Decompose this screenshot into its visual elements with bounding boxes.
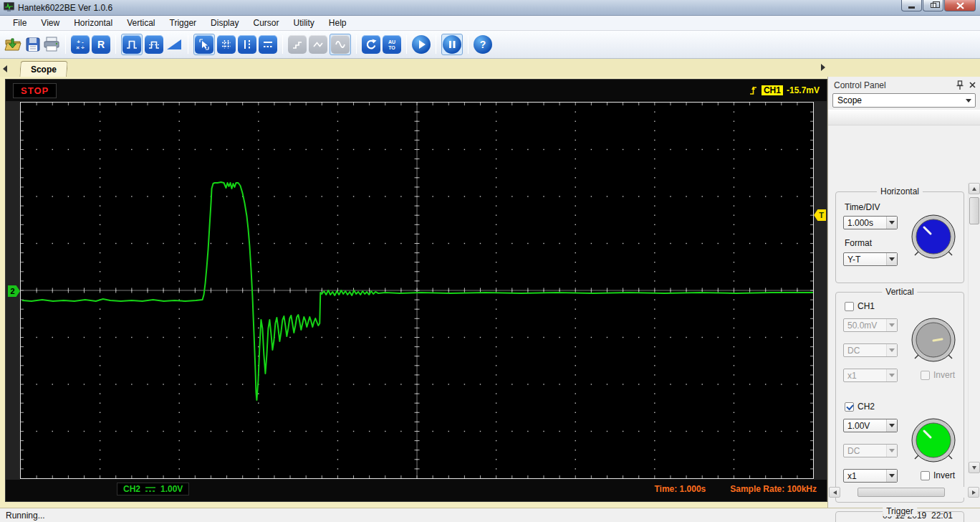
pause-button[interactable] [441, 34, 463, 55]
chevron-right-icon [821, 64, 825, 71]
toolbar-separator [188, 35, 188, 54]
toolbar: + - × ÷ R [0, 31, 980, 59]
pin-icon[interactable] [956, 80, 964, 90]
refresh-icon [365, 38, 378, 51]
menu-utility[interactable]: Utility [286, 16, 321, 29]
ch2-invert-checkbox[interactable]: Invert [921, 470, 955, 480]
ch2-chip-name: CH2 [123, 484, 140, 494]
grid-icon [221, 39, 232, 50]
status-bar: Running... 09-12-2019 22:01 [0, 508, 980, 522]
tab-scope-label: Scope [31, 65, 57, 75]
sine-interpolation-button[interactable] [330, 34, 351, 55]
window-title: Hantek6022BE Ver 1.0.6 [18, 3, 112, 13]
reference-button[interactable]: R [92, 35, 110, 54]
arrow-left-icon [833, 490, 837, 495]
ch1-invert-checkbox[interactable]: Invert [921, 370, 955, 380]
menu-horizontal[interactable]: Horizontal [67, 16, 120, 29]
tab-bar: Scope [0, 59, 980, 77]
trigger-group: Trigger Trigger Mode Edge Trigger Sweep … [835, 511, 964, 522]
autoset-button[interactable]: AU TO [383, 35, 401, 54]
ch1-probe-combo[interactable]: x1 [843, 369, 898, 382]
help-button[interactable]: ? [474, 35, 492, 54]
horizontal-group: Horizontal Time/DIV 1.000s Format Y-T [835, 191, 964, 283]
pause-icon [443, 35, 461, 54]
run-stop-indicator[interactable]: STOP [13, 83, 57, 98]
svg-text:?: ? [480, 39, 486, 50]
toolbar-separator [406, 35, 407, 54]
ch2-position-knob[interactable] [909, 416, 958, 465]
ch2-chip-scale: 1.00V [160, 484, 183, 494]
horizontal-knob[interactable] [909, 212, 958, 261]
svg-text:AU: AU [388, 39, 395, 44]
scroll-left-button[interactable] [829, 487, 840, 498]
menu-vertical[interactable]: Vertical [120, 16, 162, 29]
start-button[interactable] [412, 35, 431, 54]
timediv-combo[interactable]: 1.000s [843, 216, 898, 229]
panel-close-icon[interactable] [969, 82, 976, 89]
ramp-button[interactable] [165, 37, 183, 52]
menu-trigger[interactable]: Trigger [163, 16, 204, 29]
panel-vertical-scrollbar[interactable] [968, 183, 979, 473]
checkbox-checked-icon [845, 402, 854, 412]
square-wave-duty-button[interactable] [145, 35, 163, 54]
print-button[interactable] [43, 37, 60, 52]
ch2-enable-checkbox[interactable]: CH2 [845, 402, 875, 412]
arrow-up-icon [972, 187, 976, 191]
horizontal-scroll-thumb[interactable] [858, 488, 945, 497]
arrow-right-icon [972, 490, 976, 495]
minimize-button[interactable] [901, 0, 922, 11]
ch2-range-combo[interactable]: 1.00V [843, 419, 898, 432]
grid-button[interactable] [217, 35, 236, 54]
linear-interpolation-button[interactable] [309, 35, 327, 54]
main-area: STOP CH1 -15.7mV 2 T C [0, 77, 980, 508]
cursor-select-button[interactable] [193, 34, 215, 55]
horizontal-cursors-icon [262, 39, 274, 50]
scroll-right-button[interactable] [968, 487, 979, 498]
reference-icon: R [95, 38, 107, 51]
toolbar-separator [356, 35, 357, 54]
open-button[interactable] [4, 36, 23, 53]
tab-scroll-right-button[interactable] [818, 61, 828, 74]
chevron-down-icon [889, 221, 895, 224]
svg-text:R: R [97, 39, 105, 50]
vertical-cursors-icon [241, 39, 253, 50]
play-icon [412, 35, 431, 54]
step-interpolation-button[interactable] [288, 35, 307, 54]
square-wave-button[interactable] [121, 34, 143, 55]
ch2-probe-combo[interactable]: x1 [843, 469, 898, 483]
chevron-down-icon [889, 257, 895, 261]
menu-display[interactable]: Display [203, 16, 246, 29]
panel-mode-select[interactable]: Scope [832, 93, 976, 108]
scope-top-bar: STOP CH1 -15.7mV [6, 80, 827, 101]
scope-display: 2 T [6, 101, 827, 480]
app-icon [4, 1, 14, 14]
restore-button[interactable] [923, 0, 943, 11]
scroll-down-button[interactable] [969, 462, 980, 473]
chevron-down-icon [889, 449, 895, 452]
save-button[interactable] [25, 37, 41, 52]
sample-rate-readout: Sample Rate: 100kHz [730, 484, 817, 494]
close-button[interactable] [944, 0, 976, 11]
trigger-source-badge: CH1 [762, 85, 783, 95]
ch1-enable-checkbox[interactable]: CH1 [845, 301, 875, 311]
ch1-range-combo[interactable]: 50.0mV [843, 318, 898, 332]
scroll-up-button[interactable] [969, 183, 980, 194]
ch2-coupling-combo[interactable]: DC [843, 444, 898, 457]
control-panel-header: Control Panel [828, 77, 980, 91]
horizontal-cursors-button[interactable] [259, 35, 277, 54]
refresh-button[interactable] [362, 35, 380, 54]
ch1-coupling-combo[interactable]: DC [843, 343, 898, 357]
close-x-icon [969, 82, 976, 88]
menu-cursor[interactable]: Cursor [246, 16, 286, 29]
math-button[interactable]: + - × ÷ [71, 35, 90, 54]
panel-horizontal-scrollbar[interactable] [829, 487, 979, 498]
menu-view[interactable]: View [34, 16, 67, 29]
tab-scroll-left-button[interactable] [0, 62, 10, 75]
tab-scope[interactable]: Scope [19, 61, 68, 77]
vertical-scroll-thumb[interactable] [969, 197, 979, 224]
vertical-cursors-button[interactable] [238, 35, 256, 54]
ch1-position-knob[interactable] [909, 315, 958, 364]
menu-file[interactable]: File [6, 16, 34, 29]
format-combo[interactable]: Y-T [843, 252, 898, 266]
menu-help[interactable]: Help [322, 16, 354, 29]
